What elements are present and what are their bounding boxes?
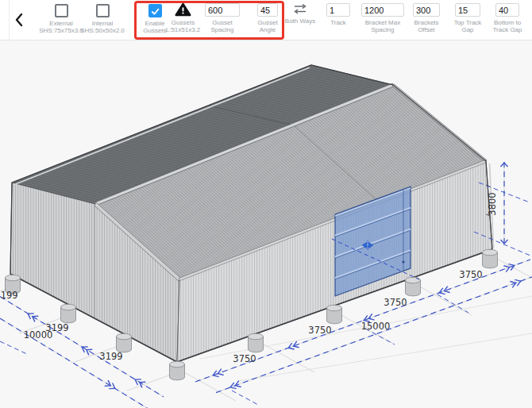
external-checkbox[interactable] bbox=[55, 4, 68, 17]
model-viewport[interactable]: 3750 3750 3750 3750 15000 3199 3199 3199… bbox=[0, 40, 532, 408]
internal-label: Internal bbox=[92, 20, 114, 27]
toolbar-divider bbox=[9, 0, 10, 40]
toolbar-item-gusset-spacing: Gusset Spacing bbox=[203, 0, 241, 33]
external-label: External bbox=[49, 20, 72, 27]
toolbar: External SHS:75x75x3.0 Internal SHS:50x5… bbox=[0, 0, 532, 40]
footing bbox=[61, 304, 76, 323]
dim-label: 3199 bbox=[0, 290, 18, 301]
toolbar-item-top-track-gap: Top Track Gap bbox=[452, 0, 484, 33]
toolbar-item-gusset-angle: Gusset Angle bbox=[253, 0, 283, 33]
toolbar-item-bracket-max-spacing: Bracket Max Spacing bbox=[359, 0, 407, 33]
track-label: Track bbox=[330, 19, 346, 26]
door-hardware bbox=[402, 260, 404, 263]
both-ways-label: Both Ways bbox=[285, 17, 315, 25]
brackets-offset-label: Brackets bbox=[414, 19, 438, 26]
toolbar-item-brackets-offset: Brackets Offset bbox=[410, 0, 443, 33]
track-input[interactable] bbox=[326, 3, 350, 17]
chevron-left-icon bbox=[14, 11, 24, 29]
dim-label: 3750 bbox=[459, 269, 482, 280]
gusset-spacing-label: Gusset bbox=[212, 19, 232, 26]
footing bbox=[483, 249, 498, 268]
toolbar-item-both-ways[interactable]: Both Ways bbox=[283, 0, 318, 25]
bracket-max-spacing-label: Bracket Max bbox=[365, 19, 400, 26]
swap-arrows-icon bbox=[293, 3, 307, 15]
footing bbox=[406, 277, 421, 296]
gusset-angle-input[interactable] bbox=[257, 3, 278, 17]
footing bbox=[327, 305, 342, 324]
toolbar-item-gusset-warning[interactable]: Gussets L:51x51x3.2 bbox=[164, 0, 202, 33]
enable-gussets-checkbox[interactable] bbox=[148, 4, 162, 17]
bottom-to-track-gap-input[interactable] bbox=[495, 3, 519, 17]
gusset-angle-label: Gusset bbox=[257, 19, 277, 26]
internal-checkbox[interactable] bbox=[96, 4, 110, 17]
check-icon bbox=[150, 6, 160, 17]
top-track-gap-input[interactable] bbox=[455, 3, 480, 17]
gusset-spacing-input[interactable] bbox=[205, 3, 240, 17]
brackets-offset-input[interactable] bbox=[413, 3, 440, 17]
dim-label: 3750 bbox=[233, 353, 256, 364]
back-button[interactable] bbox=[11, 10, 27, 30]
app-window: External SHS:75x75x3.0 Internal SHS:50x5… bbox=[0, 0, 532, 408]
gusset-warning-label: Gussets bbox=[172, 19, 195, 26]
dim-label: 15000 bbox=[361, 321, 391, 332]
bracket-max-spacing-input[interactable] bbox=[361, 3, 404, 17]
footing bbox=[170, 361, 185, 380]
dim-label: 3800 bbox=[487, 192, 498, 215]
dim-label: 10000 bbox=[24, 329, 53, 341]
dim-label: 3750 bbox=[384, 297, 407, 308]
toolbar-item-internal[interactable]: Internal SHS:50x50x2.0 bbox=[78, 0, 127, 34]
dim-label: 3750 bbox=[308, 325, 331, 336]
enable-gussets-label: Enable bbox=[145, 20, 165, 27]
toolbar-item-track: Track bbox=[324, 0, 353, 26]
footing bbox=[117, 333, 132, 352]
bottom-to-track-gap-label: Bottom to bbox=[494, 19, 521, 26]
top-track-gap-label: Top Track bbox=[454, 19, 482, 26]
dim-label: 3199 bbox=[99, 351, 122, 362]
footing bbox=[249, 333, 264, 352]
shed-3d-view: 3750 3750 3750 3750 15000 3199 3199 3199… bbox=[0, 40, 532, 408]
toolbar-item-bottom-to-track-gap: Bottom to Track Gap bbox=[491, 0, 524, 33]
warning-icon bbox=[175, 2, 191, 17]
